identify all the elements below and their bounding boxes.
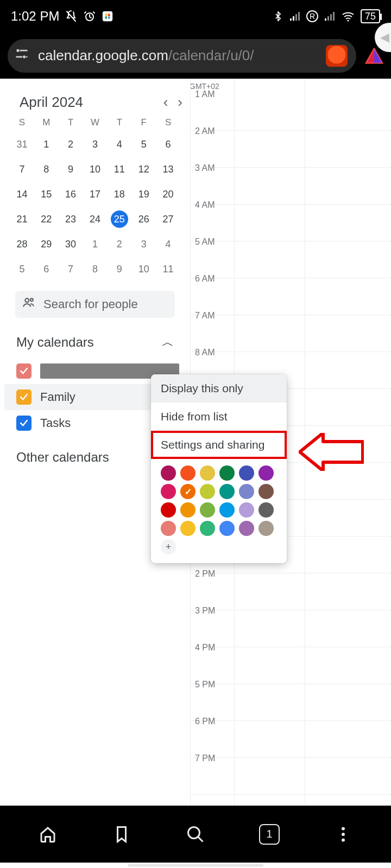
color-swatch[interactable] — [161, 465, 176, 481]
day-cell[interactable]: 25 — [111, 210, 128, 228]
day-cell[interactable]: 10 — [135, 260, 153, 278]
color-swatch[interactable] — [161, 502, 176, 518]
color-swatch[interactable] — [239, 484, 254, 499]
day-cell[interactable]: 6 — [37, 260, 55, 278]
color-swatch[interactable] — [239, 502, 254, 518]
day-cell[interactable]: 4 — [111, 136, 128, 153]
color-swatch[interactable] — [219, 502, 235, 518]
day-cell[interactable]: 26 — [135, 210, 153, 228]
color-swatch[interactable] — [180, 521, 195, 536]
color-swatch[interactable] — [200, 521, 215, 536]
menu-hide-from-list[interactable]: Hide from list — [151, 403, 287, 431]
color-swatch[interactable] — [258, 521, 274, 536]
next-month-button[interactable]: › — [178, 94, 182, 111]
color-swatch[interactable] — [258, 484, 274, 499]
day-cell[interactable]: 3 — [135, 235, 153, 253]
color-swatch[interactable] — [200, 502, 215, 518]
search-button[interactable] — [184, 822, 207, 846]
checkbox-icon[interactable] — [16, 390, 31, 405]
day-cell[interactable]: 21 — [13, 210, 30, 228]
day-cell[interactable]: 28 — [13, 235, 30, 253]
bookmark-button[interactable] — [110, 822, 134, 846]
color-swatch[interactable] — [180, 465, 195, 481]
address-bar[interactable]: calendar.google.com/calendar/u/0/ — [8, 39, 356, 73]
hour-row[interactable]: 1 AM — [191, 94, 391, 131]
day-cell[interactable]: 5 — [13, 260, 30, 278]
day-cell[interactable]: 31 — [13, 136, 30, 153]
checkbox-icon[interactable] — [16, 416, 31, 431]
day-cell[interactable]: 17 — [86, 186, 104, 203]
day-cell[interactable]: 15 — [37, 186, 55, 203]
day-cell[interactable]: 18 — [111, 186, 128, 203]
day-cell[interactable]: 1 — [86, 235, 104, 253]
menu-display-only[interactable]: Display this only — [151, 374, 287, 403]
day-cell[interactable]: 1 — [37, 136, 55, 153]
color-swatch[interactable] — [180, 502, 195, 518]
mini-calendar[interactable]: SMTWTFS311234567891011121314151617181920… — [4, 115, 186, 282]
color-swatch[interactable] — [200, 465, 215, 481]
color-swatch[interactable] — [200, 484, 215, 499]
day-cell[interactable]: 20 — [160, 186, 177, 203]
color-swatch[interactable] — [219, 521, 235, 536]
color-swatch[interactable] — [161, 521, 176, 536]
day-cell[interactable]: 9 — [111, 260, 128, 278]
add-color-button[interactable]: + — [161, 539, 176, 554]
my-calendars-header[interactable]: My calendars ︿ — [4, 318, 186, 358]
hour-row[interactable]: 3 PM — [191, 610, 391, 647]
hour-row[interactable]: 2 AM — [191, 131, 391, 168]
tabs-button[interactable]: 1 — [257, 822, 281, 846]
day-cell[interactable]: 12 — [135, 161, 153, 178]
hour-row[interactable]: 7 AM — [191, 315, 391, 352]
day-cell[interactable]: 3 — [86, 136, 104, 153]
day-cell[interactable]: 2 — [111, 235, 128, 253]
day-cell[interactable]: 7 — [13, 161, 30, 178]
day-cell[interactable]: 23 — [62, 210, 79, 228]
day-cell[interactable]: 6 — [160, 136, 177, 153]
color-swatch[interactable] — [161, 484, 176, 499]
hour-row[interactable]: 5 PM — [191, 684, 391, 721]
brave-rewards-icon[interactable] — [365, 48, 383, 64]
day-cell[interactable]: 9 — [62, 161, 79, 178]
color-swatch[interactable] — [219, 484, 235, 499]
day-cell[interactable]: 4 — [160, 235, 177, 253]
day-cell[interactable]: 22 — [37, 210, 55, 228]
day-cell[interactable]: 11 — [160, 260, 177, 278]
hour-row[interactable]: 4 PM — [191, 647, 391, 684]
people-search[interactable]: Search for people — [15, 291, 175, 318]
day-cell[interactable]: 10 — [86, 161, 104, 178]
day-cell[interactable]: 27 — [160, 210, 177, 228]
day-cell[interactable]: 5 — [135, 136, 153, 153]
day-cell[interactable]: 8 — [86, 260, 104, 278]
color-swatch[interactable] — [219, 465, 235, 481]
day-cell[interactable]: 11 — [111, 161, 128, 178]
color-swatch[interactable] — [180, 484, 195, 499]
day-cell[interactable]: 2 — [62, 136, 79, 153]
checkbox-icon[interactable] — [16, 363, 31, 379]
menu-settings-and-sharing[interactable]: Settings and sharing — [151, 431, 287, 459]
day-cell[interactable]: 8 — [37, 161, 55, 178]
home-button[interactable] — [36, 822, 60, 846]
menu-button[interactable] — [331, 822, 355, 846]
brave-shields-icon[interactable] — [326, 45, 348, 67]
day-cell[interactable]: 13 — [160, 161, 177, 178]
color-swatch[interactable] — [258, 465, 274, 481]
hour-row[interactable]: 4 AM — [191, 205, 391, 241]
day-cell[interactable]: 24 — [86, 210, 104, 228]
color-swatch[interactable] — [239, 521, 254, 536]
color-swatch[interactable] — [239, 465, 254, 481]
hour-row[interactable]: 3 AM — [191, 168, 391, 205]
hour-row[interactable]: 5 AM — [191, 241, 391, 278]
hour-row[interactable]: 2 PM — [191, 573, 391, 610]
color-swatch[interactable] — [258, 502, 274, 518]
day-cell[interactable]: 19 — [135, 186, 153, 203]
day-cell[interactable]: 29 — [37, 235, 55, 253]
day-cell[interactable]: 14 — [13, 186, 30, 203]
hour-row[interactable]: 6 AM — [191, 278, 391, 315]
day-cell[interactable]: 16 — [62, 186, 79, 203]
prev-month-button[interactable]: ‹ — [163, 94, 168, 111]
site-controls-icon[interactable] — [14, 46, 31, 65]
day-cell[interactable]: 30 — [62, 235, 79, 253]
hour-row[interactable]: 6 PM — [191, 721, 391, 758]
hour-row[interactable]: 7 PM — [191, 758, 391, 795]
day-cell[interactable]: 7 — [62, 260, 79, 278]
